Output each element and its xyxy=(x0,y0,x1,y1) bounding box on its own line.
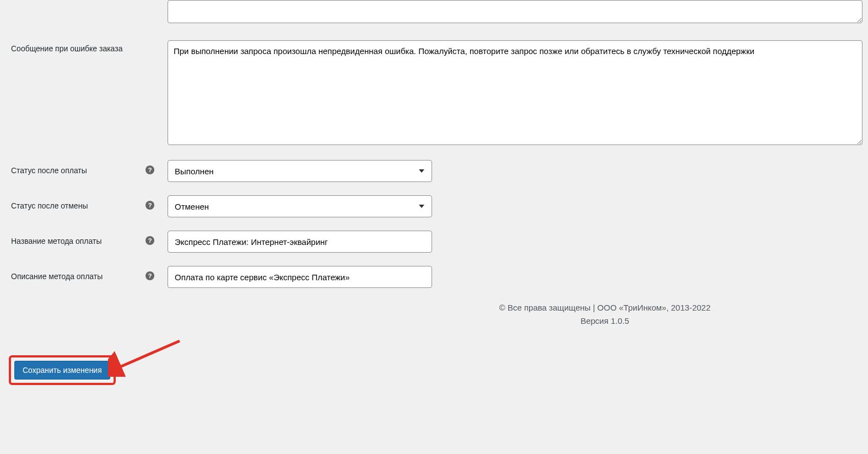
form-row-method-name: Название метода оплаты ? xyxy=(0,231,868,253)
annotation-arrow-icon xyxy=(108,338,185,377)
form-row-top xyxy=(0,0,868,25)
control-wrap xyxy=(157,231,868,253)
help-wrap: ? xyxy=(143,231,157,245)
control-wrap xyxy=(157,266,868,288)
copyright-text: © Все права защищены | ООО «ТриИнком», 2… xyxy=(342,301,868,314)
help-spacer xyxy=(143,40,157,46)
form-row-error-message: Сообщение при ошибке заказа xyxy=(0,40,868,147)
help-icon[interactable]: ? xyxy=(145,201,154,210)
control-wrap: Выполнен xyxy=(157,160,868,182)
method-name-input[interactable] xyxy=(168,231,432,253)
prev-field-textarea[interactable] xyxy=(168,0,862,23)
help-wrap: ? xyxy=(143,195,157,210)
svg-line-0 xyxy=(116,341,180,368)
field-label-empty xyxy=(0,0,143,6)
help-icon[interactable]: ? xyxy=(145,236,154,245)
control-wrap xyxy=(157,0,868,25)
version-text: Версия 1.0.5 xyxy=(342,314,868,328)
save-button[interactable]: Сохранить изменения xyxy=(14,361,110,380)
help-icon[interactable]: ? xyxy=(145,271,154,280)
control-wrap: Отменен xyxy=(157,195,868,217)
status-payment-label: Статус после оплаты xyxy=(0,160,143,177)
form-row-status-payment: Статус после оплаты ? Выполнен xyxy=(0,160,868,182)
method-desc-label: Описание метода оплаты xyxy=(0,266,143,282)
form-row-method-desc: Описание метода оплаты ? xyxy=(0,266,868,288)
status-cancel-label: Статус после отмены xyxy=(0,195,143,212)
error-message-textarea[interactable] xyxy=(168,40,862,145)
select-wrap: Выполнен xyxy=(168,160,432,182)
help-icon[interactable]: ? xyxy=(145,165,154,174)
help-spacer xyxy=(143,0,157,6)
control-wrap xyxy=(157,40,868,147)
select-wrap: Отменен xyxy=(168,195,432,217)
help-wrap: ? xyxy=(143,160,157,174)
settings-panel: Сообщение при ошибке заказа Статус после… xyxy=(0,0,868,454)
method-desc-input[interactable] xyxy=(168,266,432,288)
status-cancel-select[interactable]: Отменен xyxy=(168,195,432,217)
error-message-label: Сообщение при ошибке заказа xyxy=(0,40,143,55)
footer-info: © Все права защищены | ООО «ТриИнком», 2… xyxy=(342,301,868,328)
help-wrap: ? xyxy=(143,266,157,280)
save-highlight-box: Сохранить изменения xyxy=(9,355,116,385)
status-payment-select[interactable]: Выполнен xyxy=(168,160,432,182)
form-row-status-cancel: Статус после отмены ? Отменен xyxy=(0,195,868,217)
method-name-label: Название метода оплаты xyxy=(0,231,143,247)
